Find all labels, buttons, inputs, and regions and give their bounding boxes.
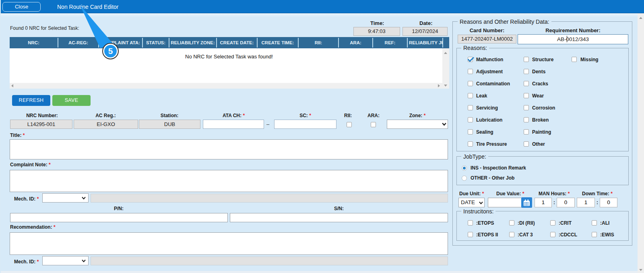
svg-text:5: 5 [108,46,113,56]
